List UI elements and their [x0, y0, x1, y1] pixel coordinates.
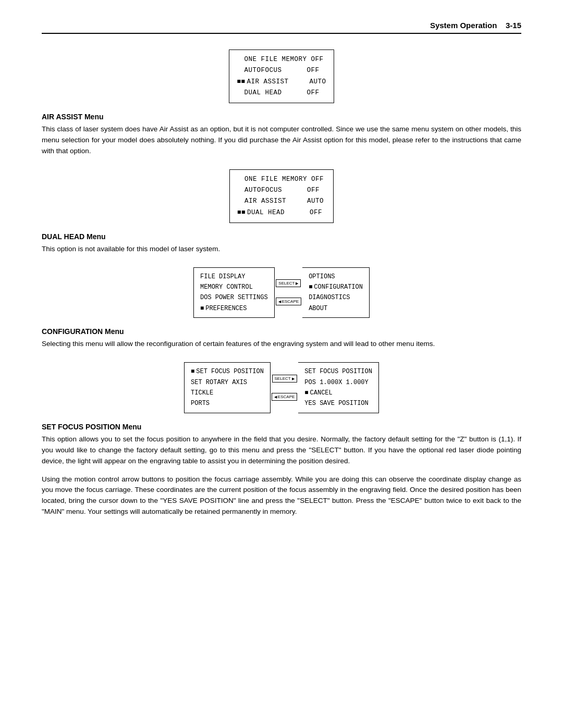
page-header: System Operation 3-15 [42, 21, 521, 34]
menu2-line2: AUTOFOCUS OFF [237, 185, 326, 196]
menu3-escape-btn: ESCAPE [276, 298, 301, 305]
menu3-left-line1: FILE DISPLAY [200, 272, 268, 282]
menu4-left-line1: ■SET FOCUS POSITION [191, 366, 264, 377]
menu3-left-line2: MEMORY CONTROL [200, 282, 268, 292]
header-section: System Operation [430, 21, 497, 30]
menu2-line4: ■DUAL HEAD OFF [237, 207, 326, 218]
menu3-escape-label: ESCAPE [282, 299, 299, 304]
menu4-left-line3: TICKLE [191, 388, 264, 398]
air-assist-body: This class of laser system does have Air… [42, 124, 521, 157]
set-focus-title: SET FOCUS POSITION Menu [42, 423, 521, 431]
set-focus-section: SET FOCUS POSITION Menu This option allo… [42, 423, 521, 517]
menu1-line2: AUTOFOCUS OFF [237, 65, 326, 76]
configuration-section: CONFIGURATION Menu Selecting this menu w… [42, 327, 521, 350]
menu2-line1: ONE FILE MEMORY OFF [237, 174, 326, 185]
menu3-right-box: OPTIONS ■CONFIGURATION DIAGNOSTICS ABOUT [302, 267, 370, 318]
menu4-connector: SELECT ESCAPE [271, 362, 298, 413]
menu4-arrow-left [274, 394, 277, 399]
menu3-container: FILE DISPLAY MEMORY CONTROL DOS POWER SE… [42, 267, 521, 318]
menu3-right-line1: OPTIONS [309, 272, 363, 282]
dual-head-title: DUAL HEAD Menu [42, 232, 521, 241]
menu1-container: ONE FILE MEMORY OFF AUTOFOCUS OFF ■AIR A… [42, 50, 521, 103]
menu3-select-btn: SELECT [276, 279, 301, 287]
menu4-right-line4: YES SAVE POSITION [304, 398, 372, 409]
menu3-arrow-left [278, 299, 281, 304]
menu3-right-bullet: ■ [309, 282, 312, 292]
set-focus-para1: This option allows you to set the focus … [42, 434, 521, 467]
menu3-left-line4: ■PREFERENCES [200, 303, 268, 314]
dual-head-body: This option is not available for this mo… [42, 244, 521, 255]
menu1-line3: ■AIR ASSIST AUTO [237, 77, 326, 88]
menu3-right-line4: ABOUT [309, 303, 363, 314]
menu3-right-line3: DIAGNOSTICS [309, 292, 363, 303]
menu4-right-box: SET FOCUS POSITION POS 1.000X 1.000Y ■CA… [298, 362, 379, 413]
menu3-left-line3: DOS POWER SETTINGS [200, 292, 268, 303]
menu4-escape-label: ESCAPE [278, 394, 295, 399]
menu4-right-bullet: ■ [304, 388, 308, 398]
menu4-escape-btn: ESCAPE [272, 393, 297, 401]
menu1-line4: DUAL HEAD OFF [237, 88, 326, 98]
set-focus-para2: Using the motion control arrow buttons t… [42, 474, 521, 518]
menu4-arrow-right [292, 376, 295, 381]
header-page: 3-15 [506, 21, 521, 30]
menu4-select-btn: SELECT [272, 375, 297, 382]
menu4-double: ■SET FOCUS POSITION SET ROTARY AXIS TICK… [184, 362, 379, 413]
menu4-left-line2: SET ROTARY AXIS [191, 377, 264, 388]
menu4-right-line3: ■CANCEL [304, 388, 372, 398]
menu2-container: ONE FILE MEMORY OFF AUTOFOCUS OFF AIR AS… [42, 169, 521, 223]
menu3-left-box: FILE DISPLAY MEMORY CONTROL DOS POWER SE… [193, 267, 275, 318]
menu4-left-box: ■SET FOCUS POSITION SET ROTARY AXIS TICK… [184, 362, 271, 413]
menu3-double: FILE DISPLAY MEMORY CONTROL DOS POWER SE… [193, 267, 370, 318]
configuration-body: Selecting this menu will allow the recon… [42, 339, 521, 350]
menu1-bullet: ■ [241, 77, 245, 88]
air-assist-title: AIR ASSIST Menu [42, 113, 521, 121]
menu4-container: ■SET FOCUS POSITION SET ROTARY AXIS TICK… [42, 362, 521, 413]
menu2-bullet: ■ [241, 207, 246, 218]
menu1-box: ONE FILE MEMORY OFF AUTOFOCUS OFF ■AIR A… [229, 50, 334, 103]
page: System Operation 3-15 ONE FILE MEMORY OF… [0, 0, 563, 728]
menu2-box: ONE FILE MEMORY OFF AUTOFOCUS OFF AIR AS… [229, 169, 334, 223]
menu4-left-bullet: ■ [191, 366, 194, 377]
menu4-select-label: SELECT [275, 376, 291, 381]
menu4-right-line1: SET FOCUS POSITION [304, 366, 372, 377]
dual-head-section: DUAL HEAD Menu This option is not availa… [42, 232, 521, 255]
menu3-left-bullet: ■ [200, 303, 204, 314]
menu4-right-line2: POS 1.000X 1.000Y [304, 377, 372, 388]
menu3-connector: SELECT ESCAPE [275, 267, 302, 318]
menu3-right-line2: ■CONFIGURATION [309, 282, 363, 292]
menu1-line1: ONE FILE MEMORY OFF [237, 54, 326, 65]
menu3-select-label: SELECT [278, 281, 295, 286]
configuration-title: CONFIGURATION Menu [42, 327, 521, 336]
menu4-left-line4: PORTS [191, 398, 264, 409]
air-assist-section: AIR ASSIST Menu This class of laser syst… [42, 113, 521, 157]
header-title: System Operation 3-15 [430, 21, 521, 30]
menu2-line3: AIR ASSIST AUTO [237, 196, 326, 207]
menu3-arrow-right [296, 281, 298, 286]
